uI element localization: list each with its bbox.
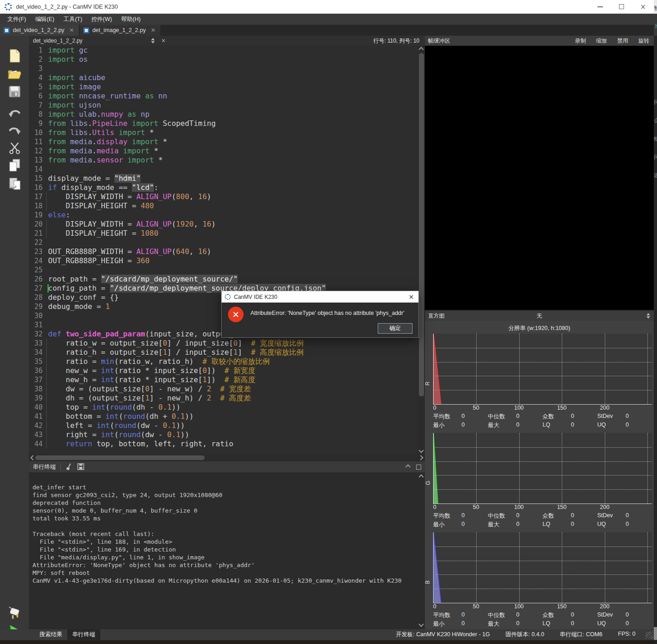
terminal-output[interactable]: det_infer startfind sensor gc2093_csi2, … bbox=[29, 472, 418, 629]
status-firmware: 固件版本: 0.4.0 bbox=[505, 631, 544, 639]
code-text: left = int(round(dw - 0.1)) bbox=[46, 421, 185, 430]
save-button[interactable] bbox=[6, 84, 23, 99]
open-folder-icon bbox=[7, 68, 22, 80]
dialog-canmv-logo-icon bbox=[225, 294, 231, 300]
close-button[interactable]: × bbox=[632, 0, 654, 13]
x-tick: 50 bbox=[473, 603, 479, 610]
terminal-line: File "<stdin>", line 188, in <module> bbox=[33, 538, 418, 546]
histogram-resolution: 分辨率 (w:1920, h:1080) bbox=[425, 321, 654, 334]
open-file-button[interactable] bbox=[6, 66, 23, 81]
editor-horizontal-scrollbar[interactable] bbox=[29, 454, 425, 461]
code-text bbox=[46, 311, 48, 320]
paste-button[interactable] bbox=[6, 176, 23, 191]
tab-close-icon[interactable]: ✕ bbox=[70, 27, 74, 33]
stat-cell: 最大0 bbox=[488, 422, 543, 430]
stats-row: 最小0最大0LQ0UQ0 bbox=[433, 422, 652, 430]
x-tick: 200 bbox=[600, 504, 609, 510]
line-number: 34 bbox=[29, 348, 46, 357]
histogram-mode-select[interactable]: 无 bbox=[537, 312, 542, 320]
stat-label: 最大 bbox=[488, 620, 516, 629]
line-number: 11 bbox=[29, 137, 46, 146]
framebuffer-actions: 录制缩放禁用旋转 bbox=[575, 37, 649, 45]
fb-action-旋转[interactable]: 旋转 bbox=[638, 37, 649, 45]
code-text: OUT_RGB888P_WIDTH = ALIGN_UP(640, 16) bbox=[46, 247, 211, 256]
editor-hscroll-thumb[interactable] bbox=[35, 455, 205, 460]
code-line: 7import ujson bbox=[29, 101, 418, 110]
resize-grip[interactable] bbox=[646, 632, 653, 639]
doc-selector-combo[interactable] bbox=[151, 38, 155, 43]
new-file-button[interactable] bbox=[6, 48, 23, 64]
x-tick: 150 bbox=[557, 603, 567, 610]
histogram-spinner[interactable] bbox=[646, 313, 650, 319]
stat-value: 0 bbox=[462, 521, 465, 530]
redo-button[interactable] bbox=[6, 123, 23, 138]
file-tab[interactable]: det_video_1_2_2.py✕ bbox=[0, 25, 79, 36]
menu-item-文件(F)[interactable]: 文件(F) bbox=[3, 14, 31, 25]
code-line: 8import ulab.numpy as np bbox=[29, 110, 418, 119]
code-line: 42 left = int(round(dw - 0.1)) bbox=[29, 421, 418, 430]
code-text: import gc bbox=[46, 46, 88, 55]
code-line: 1import gc bbox=[29, 46, 418, 55]
doc-close-icon[interactable]: ✕ bbox=[161, 38, 166, 44]
line-number: 35 bbox=[29, 357, 46, 366]
terminal-line: Traceback (most recent call last): bbox=[33, 530, 418, 538]
minimize-button[interactable] bbox=[589, 0, 611, 13]
stat-value: 0 bbox=[571, 422, 574, 430]
stat-label: 最小 bbox=[433, 620, 462, 629]
code-line: 39 dh = (output_size[1] - new_h) / 2 # 高… bbox=[29, 394, 418, 403]
bottom-tab-搜索结果[interactable]: 搜索结果 bbox=[34, 629, 67, 640]
framebuffer-header: 帧缓冲区 录制缩放禁用旋转 bbox=[425, 36, 654, 46]
fb-action-录制[interactable]: 录制 bbox=[575, 37, 586, 45]
code-line: 12from media.media import * bbox=[29, 146, 418, 156]
line-number: 21 bbox=[29, 229, 46, 238]
stat-cell: StDev0 bbox=[597, 413, 652, 422]
code-text: ratio_w = output_size[0] / input_size[0]… bbox=[46, 339, 304, 348]
editor-vscroll-thumb[interactable] bbox=[419, 53, 424, 396]
menu-item-工具(T)[interactable]: 工具(T) bbox=[59, 14, 87, 25]
line-number: 18 bbox=[29, 201, 46, 211]
tab-close-icon[interactable]: ✕ bbox=[151, 27, 155, 33]
error-cross-icon: ✕ bbox=[228, 307, 244, 322]
redo-arrow-icon bbox=[8, 125, 22, 135]
save-log-icon[interactable] bbox=[77, 463, 84, 470]
stat-label: StDev bbox=[597, 612, 626, 620]
bottom-tab-串行终端[interactable]: 串行终端 bbox=[67, 629, 100, 640]
stat-value: 0 bbox=[626, 413, 629, 422]
line-number: 8 bbox=[29, 110, 46, 119]
menu-bar: 文件(F)编辑(E)工具(T)控件(W)帮助(H) bbox=[0, 14, 654, 25]
taskbar-edge bbox=[0, 640, 654, 644]
stat-label: UQ bbox=[597, 620, 626, 629]
code-line: 43 right = int(round(dw - 0.1)) bbox=[29, 430, 418, 439]
terminal-line: deprecated function bbox=[33, 499, 418, 507]
code-line: 13from media.sensor import * bbox=[29, 156, 418, 165]
status-board: 开发板: CanMV K230 HiWonder - 1G bbox=[396, 631, 490, 639]
file-tab[interactable]: det_image_1_2_2.py✕ bbox=[80, 25, 160, 36]
code-editor[interactable]: 1import gc2import os34import aicube5impo… bbox=[29, 46, 418, 454]
dialog-ok-button[interactable]: 确定 bbox=[378, 323, 413, 334]
clear-terminal-icon[interactable] bbox=[65, 463, 73, 471]
canmv-logo-icon bbox=[5, 3, 12, 11]
stat-cell: UQ0 bbox=[597, 521, 652, 530]
fb-action-缩放[interactable]: 缩放 bbox=[596, 37, 607, 45]
connect-button[interactable] bbox=[6, 606, 23, 621]
fb-action-禁用[interactable]: 禁用 bbox=[617, 37, 628, 45]
code-text: top = int(round(dh - 0.1)) bbox=[46, 403, 180, 412]
menu-item-编辑(E)[interactable]: 编辑(E) bbox=[31, 14, 59, 25]
copy-button[interactable] bbox=[6, 157, 23, 173]
collapse-terminal-icon[interactable] bbox=[405, 464, 410, 469]
undo-button[interactable] bbox=[6, 105, 23, 121]
cut-button[interactable] bbox=[6, 140, 23, 156]
maximize-button[interactable] bbox=[611, 0, 632, 13]
x-tick: 50 bbox=[473, 405, 479, 411]
editor-vertical-scrollbar[interactable] bbox=[418, 46, 425, 454]
code-text: import image bbox=[46, 82, 101, 92]
menu-item-帮助(H)[interactable]: 帮助(H) bbox=[117, 14, 145, 25]
code-text: DISPLAY_HEIGHT = 1080 bbox=[46, 229, 158, 238]
dialog-close-icon[interactable]: ✕ bbox=[408, 293, 414, 301]
detach-terminal-icon[interactable] bbox=[416, 465, 421, 470]
clipped-right-panel: 智ト问么核问速 bbox=[654, 0, 657, 644]
stat-cell: LQ0 bbox=[543, 521, 597, 530]
menu-item-控件(W)[interactable]: 控件(W) bbox=[87, 14, 117, 25]
line-number: 22 bbox=[29, 238, 46, 247]
terminal-scrollbar[interactable] bbox=[418, 472, 425, 629]
